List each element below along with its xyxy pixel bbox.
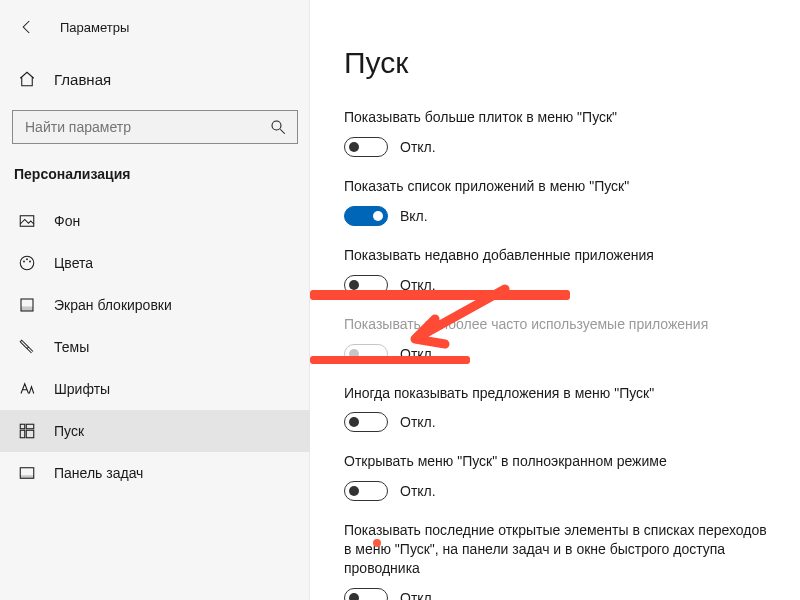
fonts-icon xyxy=(18,380,36,398)
svg-point-4 xyxy=(26,258,28,260)
sidebar-item-label: Фон xyxy=(54,213,80,229)
setting-app-list: Показать список приложений в меню "Пуск"… xyxy=(344,177,776,226)
sidebar-item-label: Цвета xyxy=(54,255,93,271)
sidebar-item-label: Темы xyxy=(54,339,89,355)
sidebar-item-label: Экран блокировки xyxy=(54,297,172,313)
setting-more-tiles: Показывать больше плиток в меню "Пуск" О… xyxy=(344,108,776,157)
sidebar-item-start[interactable]: Пуск xyxy=(0,410,310,452)
home-label: Главная xyxy=(54,71,111,88)
sidebar-item-themes[interactable]: Темы xyxy=(0,326,310,368)
svg-point-2 xyxy=(20,256,34,270)
toggle-state: Откл. xyxy=(400,277,436,293)
setting-label: Показать список приложений в меню "Пуск" xyxy=(344,177,776,196)
setting-label: Показывать больше плиток в меню "Пуск" xyxy=(344,108,776,127)
window-title: Параметры xyxy=(60,20,129,35)
toggle-state: Откл. xyxy=(400,483,436,499)
toggle-more-tiles[interactable] xyxy=(344,137,388,157)
sidebar-item-colors[interactable]: Цвета xyxy=(0,242,310,284)
home-icon xyxy=(18,70,36,88)
toggle-fullscreen[interactable] xyxy=(344,481,388,501)
sidebar-item-background[interactable]: Фон xyxy=(0,200,310,242)
start-icon xyxy=(18,422,36,440)
back-icon[interactable] xyxy=(18,18,36,36)
svg-rect-13 xyxy=(20,475,34,478)
svg-rect-11 xyxy=(26,430,34,438)
toggle-recent-items[interactable] xyxy=(344,588,388,600)
sidebar-items: Фон Цвета Экран блокировки Темы Шрифты П… xyxy=(0,200,310,494)
home-link[interactable]: Главная xyxy=(0,62,310,96)
lockscreen-icon xyxy=(18,296,36,314)
svg-rect-1 xyxy=(20,216,34,227)
svg-point-3 xyxy=(23,261,25,263)
toggle-suggestions[interactable] xyxy=(344,412,388,432)
toggle-app-list[interactable] xyxy=(344,206,388,226)
window-header: Параметры xyxy=(0,18,310,36)
search-field[interactable] xyxy=(25,119,269,135)
toggle-state: Откл. xyxy=(400,590,436,600)
svg-rect-8 xyxy=(20,424,25,429)
setting-label: Показывать недавно добавленные приложени… xyxy=(344,246,776,265)
toggle-state: Вкл. xyxy=(400,208,428,224)
page-title: Пуск xyxy=(344,46,776,80)
setting-label: Иногда показывать предложения в меню "Пу… xyxy=(344,384,776,403)
setting-label: Открывать меню "Пуск" в полноэкранном ре… xyxy=(344,452,776,471)
svg-rect-9 xyxy=(26,424,34,429)
setting-recently-added: Показывать недавно добавленные приложени… xyxy=(344,246,776,295)
toggle-state: Откл. xyxy=(400,346,436,362)
taskbar-icon xyxy=(18,464,36,482)
toggle-state: Откл. xyxy=(400,139,436,155)
sidebar-item-label: Шрифты xyxy=(54,381,110,397)
section-title: Персонализация xyxy=(0,166,310,182)
toggle-recently-added[interactable] xyxy=(344,275,388,295)
setting-most-used: Показывать наиболее часто используемые п… xyxy=(344,315,776,364)
content-pane: Пуск Показывать больше плиток в меню "Пу… xyxy=(310,0,800,600)
svg-point-0 xyxy=(272,121,281,130)
palette-icon xyxy=(18,254,36,272)
themes-icon xyxy=(18,338,36,356)
sidebar-item-lockscreen[interactable]: Экран блокировки xyxy=(0,284,310,326)
svg-rect-10 xyxy=(20,430,25,438)
toggle-state: Откл. xyxy=(400,414,436,430)
sidebar-item-label: Панель задач xyxy=(54,465,143,481)
sidebar-item-label: Пуск xyxy=(54,423,84,439)
sidebar-item-fonts[interactable]: Шрифты xyxy=(0,368,310,410)
search-input[interactable] xyxy=(12,110,298,144)
setting-recent-items: Показывать последние открытые элементы в… xyxy=(344,521,776,600)
sidebar-item-taskbar[interactable]: Панель задач xyxy=(0,452,310,494)
setting-fullscreen: Открывать меню "Пуск" в полноэкранном ре… xyxy=(344,452,776,501)
svg-rect-7 xyxy=(21,307,33,312)
search-icon xyxy=(269,118,287,136)
sidebar: Параметры Главная Персонализация Фон Цве… xyxy=(0,0,310,600)
picture-icon xyxy=(18,212,36,230)
setting-label: Показывать наиболее часто используемые п… xyxy=(344,315,776,334)
svg-point-5 xyxy=(29,261,31,263)
toggle-most-used xyxy=(344,344,388,364)
setting-label: Показывать последние открытые элементы в… xyxy=(344,521,776,578)
settings-window: Параметры Главная Персонализация Фон Цве… xyxy=(0,0,800,600)
setting-suggestions: Иногда показывать предложения в меню "Пу… xyxy=(344,384,776,433)
